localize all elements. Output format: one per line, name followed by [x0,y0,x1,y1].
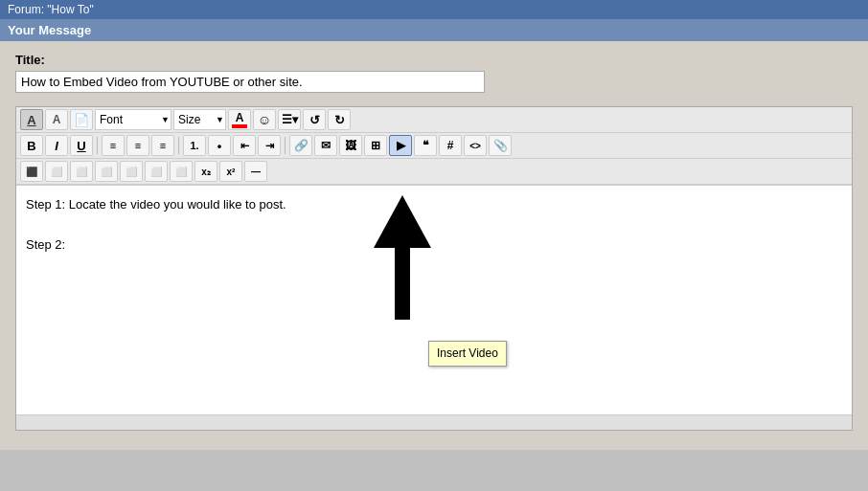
format-a1-button[interactable]: A [20,109,43,130]
link-button[interactable]: 🔗 [289,135,312,156]
bullet-list-button[interactable]: • [208,135,231,156]
indent-block-button[interactable]: ⬛ [20,161,43,182]
table-icon: ⊞ [371,139,380,152]
bold-icon: B [27,139,35,153]
align-center-button[interactable]: ≡ [126,135,149,156]
underline-icon: U [77,139,85,153]
attachment-button[interactable]: 📎 [489,135,512,156]
block-btn-4-icon: ⬜ [126,167,137,177]
ordered-list-icon: 1. [190,140,198,151]
tooltip-text: Insert Video [437,346,498,360]
size-select-wrapper: Size 8 10 12 14 16 18 24 ▼ [173,109,226,130]
italic-button[interactable]: I [45,135,68,156]
forum-bar-text: Forum: "How To" [8,3,94,16]
divider-2 [178,137,179,154]
your-message-bar: Your Message [0,19,868,41]
attachment-icon: 📎 [493,139,508,152]
misc-icon: ☰▾ [282,113,298,126]
align-right-button[interactable]: ≡ [151,135,174,156]
block-btn-1-icon: ⬜ [51,167,62,177]
block-btn-3[interactable]: ⬜ [95,161,118,182]
superscript-icon: x² [227,167,236,177]
ordered-list-button[interactable]: 1. [183,135,206,156]
arrow-annotation [359,195,445,339]
link-icon: 🔗 [294,139,308,152]
align-center-icon: ≡ [135,140,141,151]
editor-content[interactable]: Step 1: Locate the video you would like … [16,185,852,414]
toolbar-row-3: ⬛ ⬜ ⬜ ⬜ ⬜ ⬜ ⬜ x₂ x² [16,159,852,185]
undo-button[interactable]: ↺ [303,109,326,130]
hr-button[interactable]: — [244,161,267,182]
quote-button[interactable]: ❝ [414,135,437,156]
email-icon: ✉ [321,139,331,152]
font-select-wrapper: Font Arial Verdana Times New Roman Couri… [95,109,171,130]
format-a1-icon: A [27,113,35,127]
editor-container: A A 📄 Font Arial Verdana Times New Roman… [15,106,853,431]
smiley-icon: ☺ [258,112,271,127]
indent-block-icon: ⬛ [26,167,37,177]
block-btn-6[interactable]: ⬜ [170,161,193,182]
block-btn-5[interactable]: ⬜ [145,161,168,182]
redo-button[interactable]: ↻ [328,109,351,130]
subscript-icon: x₂ [201,167,211,177]
superscript-button[interactable]: x² [219,161,242,182]
outdent-icon: ⇤ [240,140,249,152]
your-message-label: Your Message [8,23,91,37]
subscript-button[interactable]: x₂ [194,161,217,182]
block-btn-4[interactable]: ⬜ [120,161,143,182]
indent-icon: ⇥ [265,140,274,152]
code-button[interactable]: <> [464,135,487,156]
scrollbar-area [16,414,852,430]
block-btn-6-icon: ⬜ [175,167,187,177]
font-color-swatch [232,124,247,128]
image-icon: 🖼 [345,139,356,152]
block-btn-2[interactable]: ⬜ [70,161,93,182]
align-left-button[interactable]: ≡ [102,135,125,156]
bold-button[interactable]: B [20,135,43,156]
redo-icon: ↻ [334,113,345,127]
paper-icon: 📄 [74,113,89,127]
format-a2-button[interactable]: A [45,109,68,130]
block-btn-3-icon: ⬜ [101,167,112,177]
insert-video-button[interactable]: ▶ [389,135,412,156]
smiley-button[interactable]: ☺ [253,109,276,130]
table-button[interactable]: ⊞ [364,135,387,156]
outdent-button[interactable]: ⇤ [233,135,256,156]
misc-dropdown-button[interactable]: ☰▾ [278,109,301,130]
title-input[interactable] [15,71,485,93]
undo-icon: ↺ [309,113,320,127]
title-label: Title: [15,53,853,67]
hash-button[interactable]: # [439,135,462,156]
forum-bar: Forum: "How To" [0,0,868,19]
hash-icon: # [447,139,454,152]
format-a2-icon: A [53,113,61,126]
form-area: Title: A A 📄 Font Arial Verdana T [0,41,868,450]
divider-1 [97,137,98,154]
block-btn-2-icon: ⬜ [76,167,87,177]
editor-line-2: Step 2: [26,235,842,256]
size-select[interactable]: Size 8 10 12 14 16 18 24 [173,109,226,130]
email-button[interactable]: ✉ [314,135,337,156]
code-icon: <> [469,141,481,151]
paper-button[interactable]: 📄 [70,109,93,130]
quote-icon: ❝ [423,139,428,152]
align-right-icon: ≡ [160,140,166,151]
divider-3 [285,137,286,154]
toolbar-row-1: A A 📄 Font Arial Verdana Times New Roman… [16,107,852,133]
block-btn-1[interactable]: ⬜ [45,161,68,182]
font-color-a-icon: A [236,111,244,124]
indent-button[interactable]: ⇥ [258,135,281,156]
editor-line-1: Step 1: Locate the video you would like … [26,195,842,215]
tooltip-box: Insert Video [428,341,507,367]
underline-button[interactable]: U [70,135,93,156]
bullet-list-icon: • [217,139,222,153]
block-btn-5-icon: ⬜ [150,167,162,177]
align-left-icon: ≡ [110,140,116,151]
toolbar-row-2: B I U ≡ ≡ ≡ 1. • [16,133,852,159]
image-button[interactable]: 🖼 [339,135,362,156]
font-color-button[interactable]: A [228,109,251,130]
hr-icon: — [251,167,261,177]
insert-video-icon: ▶ [397,139,405,152]
italic-icon: I [55,139,58,153]
font-select[interactable]: Font Arial Verdana Times New Roman Couri… [95,109,171,130]
